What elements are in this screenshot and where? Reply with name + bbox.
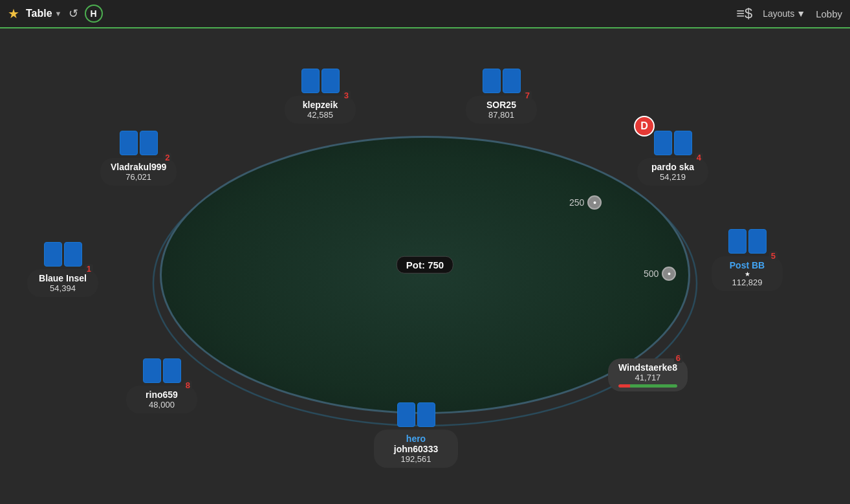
card-1a [44, 242, 62, 267]
card-3b [321, 69, 340, 93]
h-button[interactable]: H [85, 5, 103, 23]
seat-3-cards [301, 69, 340, 93]
seat-4-name: pardo ska [648, 162, 698, 172]
seat-1-number: 1 [85, 264, 93, 274]
table-dropdown-arrow: ▼ [55, 10, 62, 17]
seat-2-info: 2 Vladrakul999 76,021 [100, 158, 177, 186]
seat-7: 7 SOR25 87,801 [466, 69, 537, 124]
card-2a [120, 131, 138, 155]
star-icon[interactable]: ★ [8, 6, 19, 21]
hero-card-b [417, 402, 435, 427]
hero-seat-info: hero john60333 192,561 [374, 430, 458, 468]
card-5b [748, 229, 767, 254]
topbar: ★ Table ▼ ↺ H ≡$ Layouts ▼ Lobby [0, 0, 850, 28]
pot-display: Pot: 750 [397, 256, 453, 273]
seat-3-chips: 42,585 [295, 110, 345, 120]
seat-3-number: 3 [342, 91, 351, 100]
seat-3-info: 3 klepzeik 42,585 [285, 96, 356, 124]
seat-5-chips: 112,829 [722, 278, 772, 287]
seat-6: 6 Windstaerke8 41,717 [608, 358, 688, 391]
card-1b [64, 242, 82, 267]
seat-5-info: 5 Post BB ★ 112,829 [712, 256, 783, 291]
seat-7-chips: 87,801 [476, 110, 527, 120]
layouts-arrow: ▼ [796, 8, 805, 19]
seat-6-number: 6 [674, 353, 682, 363]
seat-4-cards [654, 131, 692, 155]
chip-coin-500: ● [662, 267, 676, 281]
card-2b [140, 131, 158, 155]
cashier-icon[interactable]: ≡$ [736, 5, 752, 22]
seat-2-chips: 76,021 [111, 172, 166, 182]
card-7b [503, 69, 521, 93]
seat-1-name: Blaue Insel [38, 273, 88, 283]
seat-3: 3 klepzeik 42,585 [285, 69, 356, 124]
chip-amount-500: 500 ● [644, 267, 676, 281]
seat-5-star: ★ [722, 270, 772, 278]
seat-5-postbb: Post BB [722, 260, 772, 270]
seat-7-cards [483, 69, 521, 93]
hero-label: hero [384, 433, 448, 444]
undo-button[interactable]: ↺ [69, 6, 78, 21]
seat-1-info: 1 Blaue Insel 54,394 [27, 269, 98, 297]
card-3a [301, 69, 320, 93]
seat-5-cards [728, 229, 767, 254]
seat-4-info: 4 pardo ska 54,219 [637, 158, 708, 186]
topbar-left: ★ Table ▼ ↺ H [8, 5, 736, 23]
seat-8-info: 8 rino659 48,000 [126, 386, 197, 413]
chip-coin-250: ● [587, 195, 602, 210]
table-button[interactable]: Table ▼ [26, 8, 62, 19]
seat-4-chips: 54,219 [648, 172, 698, 182]
card-8a [143, 358, 161, 383]
table-label: Table [26, 8, 52, 19]
seat-4: 4 pardo ska 54,219 [637, 131, 708, 186]
hero-cards [397, 402, 435, 427]
seat-6-name: Windstaerke8 [618, 362, 677, 373]
chip-amount-250: 250 ● [569, 195, 602, 210]
seat-5: 5 Post BB ★ 112,829 [712, 229, 783, 291]
seat-8-chips: 48,000 [136, 400, 187, 410]
seat-8-cards [143, 358, 181, 383]
seat-8-number: 8 [184, 380, 192, 390]
seat-7-name: SOR25 [476, 100, 527, 110]
seat-3-name: klepzeik [295, 100, 345, 110]
seat-1-chips: 54,394 [38, 283, 88, 293]
layouts-button[interactable]: Layouts ▼ [763, 8, 805, 19]
seat-7-number: 7 [523, 91, 532, 100]
seat-4-number: 4 [695, 153, 703, 162]
hero-name: john60333 [384, 444, 448, 454]
card-7a [483, 69, 501, 93]
lobby-button[interactable]: Lobby [816, 8, 842, 19]
topbar-right: ≡$ Layouts ▼ Lobby [736, 5, 842, 22]
seat-8: 8 rino659 48,000 [126, 358, 197, 413]
seat-2-name: Vladrakul999 [111, 162, 166, 172]
seat-7-info: 7 SOR25 87,801 [466, 96, 537, 124]
seat-2: 2 Vladrakul999 76,021 [100, 131, 177, 186]
seat-6-healthbar [618, 384, 677, 388]
seat-1-cards [44, 242, 82, 267]
seat-2-number: 2 [163, 153, 171, 162]
card-5a [728, 229, 746, 254]
card-4b [674, 131, 692, 155]
seat-8-name: rino659 [136, 389, 187, 400]
seat-6-chips: 41,717 [618, 373, 677, 382]
hero-card-a [397, 402, 415, 427]
hero-chips: 192,561 [384, 454, 448, 464]
seat-2-cards [120, 131, 158, 155]
seat-5-number: 5 [769, 251, 778, 261]
hero-seat: hero john60333 192,561 [374, 402, 458, 468]
seat-6-info: 6 Windstaerke8 41,717 [608, 358, 688, 391]
card-8b [163, 358, 181, 383]
seat-1: 1 Blaue Insel 54,394 [27, 242, 98, 297]
table-area: Pot: 750 D 250 ● 500 ● 1 Blaue Insel 54,… [0, 28, 850, 504]
card-4a [654, 131, 672, 155]
